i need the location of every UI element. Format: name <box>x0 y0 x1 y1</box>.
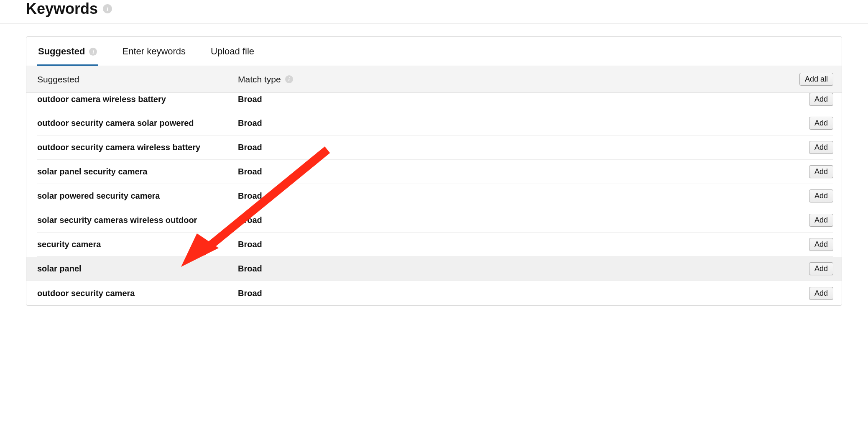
match-type-text: Broad <box>238 95 262 104</box>
action-cell: Add <box>787 214 833 227</box>
match-type-text: Broad <box>238 289 262 298</box>
tab-label: Upload file <box>211 46 254 57</box>
match-type-text: Broad <box>238 215 262 225</box>
add-button[interactable]: Add <box>809 93 833 106</box>
action-cell: Add <box>787 287 833 300</box>
table-row: solar powered security cameraBroadAdd <box>37 184 833 208</box>
keyword-cell: outdoor security camera wireless battery <box>37 143 238 152</box>
action-cell: Add <box>787 141 833 154</box>
keyword-text: outdoor security camera solar powered <box>37 118 194 128</box>
action-cell: Add <box>787 93 833 106</box>
column-header-action: Add all <box>787 73 833 86</box>
tab-label: Suggested <box>38 46 85 57</box>
add-button[interactable]: Add <box>809 262 833 275</box>
match-type-text: Broad <box>238 191 262 201</box>
match-type-cell: Broad <box>238 215 787 225</box>
match-type-cell: Broad <box>238 191 787 201</box>
match-type-cell: Broad <box>238 240 787 249</box>
keyword-text: solar panel security camera <box>37 167 147 177</box>
match-type-cell: Broad <box>238 289 787 298</box>
table-row: security cameraBroadAdd <box>37 233 833 257</box>
add-button[interactable]: Add <box>809 287 833 300</box>
keyword-cell: security camera <box>37 240 238 249</box>
keyword-cell: solar security cameras wireless outdoor <box>37 215 238 225</box>
tab-upload-file[interactable]: Upload file <box>210 37 255 66</box>
match-type-cell: Broad <box>238 143 787 152</box>
action-cell: Add <box>787 189 833 202</box>
match-type-cell: Broad <box>238 264 787 274</box>
keyword-cell: solar panel <box>37 264 238 274</box>
footer-space <box>0 310 868 318</box>
action-cell: Add <box>787 262 833 275</box>
keyword-text: outdoor camera wireless battery <box>37 95 166 104</box>
keywords-card: Suggested i Enter keywords Upload file S… <box>26 36 842 306</box>
match-type-cell: Broad <box>238 118 787 128</box>
match-type-text: Broad <box>238 143 262 152</box>
table-row: outdoor security camera solar poweredBro… <box>37 111 833 136</box>
table-row: outdoor camera wireless batteryBroadAdd <box>37 93 833 111</box>
tab-suggested[interactable]: Suggested i <box>37 37 98 66</box>
tab-enter-keywords[interactable]: Enter keywords <box>121 37 186 66</box>
match-type-cell: Broad <box>238 95 787 104</box>
column-header-keyword: Suggested <box>37 74 238 84</box>
column-header-match-type: Match type i <box>238 74 787 84</box>
tabs: Suggested i Enter keywords Upload file <box>26 37 842 66</box>
match-type-cell: Broad <box>238 167 787 177</box>
keyword-text: solar powered security camera <box>37 191 160 201</box>
table-row: solar panel security cameraBroadAdd <box>37 160 833 184</box>
keyword-text: outdoor security camera wireless battery <box>37 143 200 152</box>
table-row: outdoor security camera wireless battery… <box>37 136 833 160</box>
page-root: Keywords i Suggested i Enter keywords Up… <box>0 0 868 318</box>
table-row: solar security cameras wireless outdoorB… <box>37 208 833 233</box>
page-header: Keywords i <box>0 0 868 24</box>
add-button[interactable]: Add <box>809 238 833 251</box>
match-type-text: Broad <box>238 264 262 274</box>
table-row: outdoor security cameraBroadAdd <box>37 281 833 305</box>
add-button[interactable]: Add <box>809 189 833 202</box>
add-button[interactable]: Add <box>809 117 833 130</box>
keyword-cell: outdoor camera wireless battery <box>37 95 238 104</box>
match-type-text: Broad <box>238 167 262 177</box>
keyword-text: security camera <box>37 240 101 249</box>
add-all-button[interactable]: Add all <box>799 73 833 86</box>
keyword-cell: solar panel security camera <box>37 167 238 177</box>
info-icon[interactable]: i <box>103 4 112 13</box>
page-title: Keywords <box>26 0 98 18</box>
add-button[interactable]: Add <box>809 165 833 178</box>
tab-label: Enter keywords <box>122 46 186 57</box>
table-body: outdoor camera wireless batteryBroadAddo… <box>26 93 842 305</box>
add-button[interactable]: Add <box>809 214 833 227</box>
keyword-cell: solar powered security camera <box>37 191 238 201</box>
column-header-label: Suggested <box>37 74 79 84</box>
action-cell: Add <box>787 117 833 130</box>
match-type-text: Broad <box>238 118 262 128</box>
column-header-label: Match type <box>238 74 281 84</box>
action-cell: Add <box>787 165 833 178</box>
table-header: Suggested Match type i Add all <box>26 66 842 93</box>
info-icon[interactable]: i <box>89 48 97 56</box>
match-type-text: Broad <box>238 240 262 249</box>
keyword-text: solar panel <box>37 264 82 274</box>
keyword-cell: outdoor security camera solar powered <box>37 118 238 128</box>
action-cell: Add <box>787 238 833 251</box>
keyword-cell: outdoor security camera <box>37 289 238 298</box>
add-button[interactable]: Add <box>809 141 833 154</box>
keyword-text: outdoor security camera <box>37 289 135 298</box>
keyword-text: solar security cameras wireless outdoor <box>37 215 197 225</box>
info-icon[interactable]: i <box>285 75 293 83</box>
table-row: solar panelBroadAdd <box>26 257 842 281</box>
